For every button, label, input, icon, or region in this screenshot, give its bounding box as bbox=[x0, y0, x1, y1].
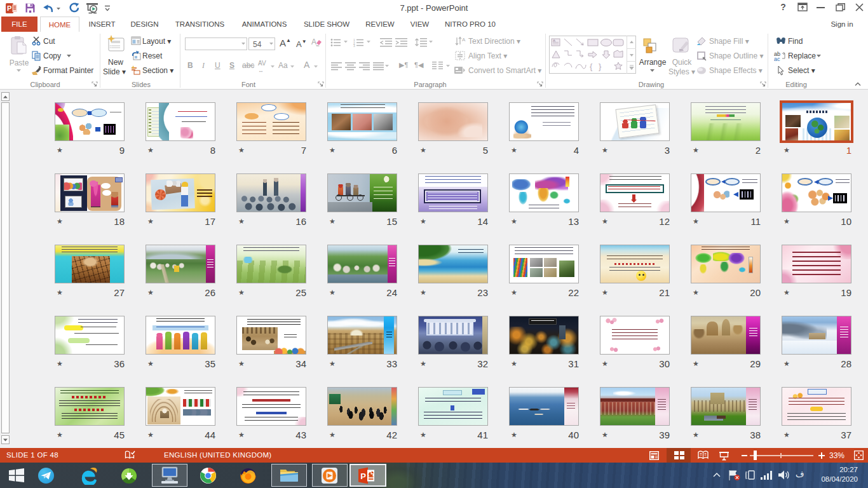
svg-text:P: P bbox=[360, 471, 366, 481]
svg-text:A: A bbox=[553, 39, 555, 43]
svg-text:{: { bbox=[590, 62, 593, 71]
svg-text:ac: ac bbox=[774, 56, 780, 62]
svg-text:A: A bbox=[462, 37, 466, 43]
svg-text:A: A bbox=[311, 37, 316, 46]
svg-text:}: } bbox=[599, 62, 602, 71]
svg-text:3: 3 bbox=[353, 44, 355, 47]
